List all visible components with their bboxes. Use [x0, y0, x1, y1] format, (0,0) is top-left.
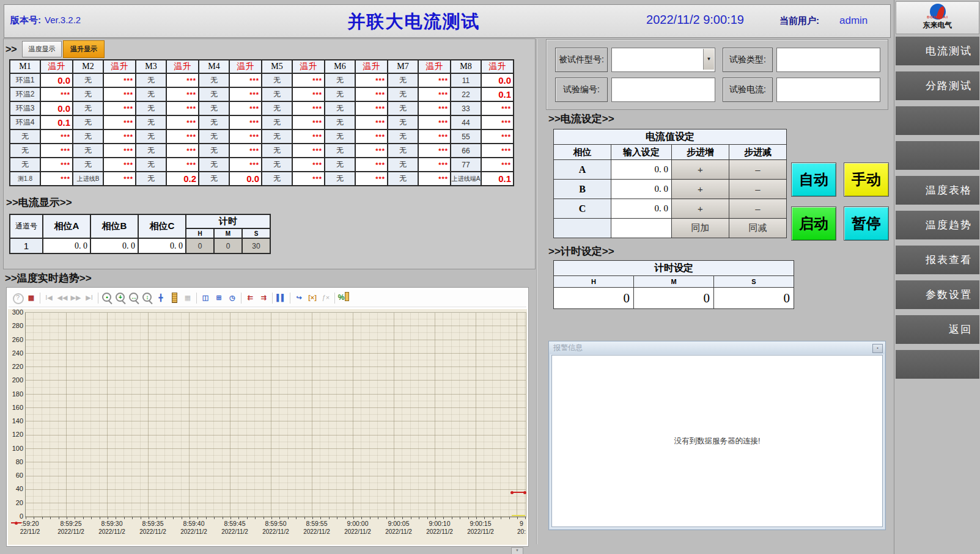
auto-button[interactable]: 自动 — [791, 162, 836, 197]
sidebar-item-report-view[interactable]: 报表查看 — [896, 246, 979, 274]
rise-value-cell: *** — [229, 144, 262, 158]
all-decrease-button[interactable]: 同减 — [729, 219, 787, 238]
all-increase-button[interactable]: 同加 — [672, 219, 729, 238]
y-axis-tick-label: 40 — [8, 485, 23, 492]
point-label-cell: 无 — [199, 87, 229, 101]
sidebar-item-branch-test[interactable]: 分路测试 — [896, 71, 979, 100]
rise-value-cell: *** — [166, 101, 199, 115]
sidebar-item-back[interactable]: 返回 — [896, 315, 979, 344]
col-m-header: M8 — [451, 60, 481, 73]
start-button[interactable]: 启动 — [791, 206, 836, 241]
x-axis-date-label: 22/11/2 — [10, 528, 50, 535]
temp-row: 环温10.0无***无***无***无***无***无***110.0 — [10, 73, 514, 87]
layout-icon[interactable]: ◫ — [199, 291, 212, 305]
page-forward-icon: ▶▶ — [69, 291, 83, 305]
timer-hour-input[interactable]: 0 — [554, 288, 634, 309]
phase-a-step-plus-button[interactable]: + — [672, 160, 729, 180]
point-label-cell: 无 — [136, 144, 166, 158]
x-axis-time-label: :59:20 — [12, 520, 48, 527]
point-label-cell: 无 — [199, 101, 229, 115]
scroll-plot-right-icon[interactable]: ⇉ — [257, 291, 270, 305]
x-axis-date-label: 2022/11/2 — [133, 528, 172, 535]
pan-icon[interactable]: ╋ — [154, 291, 168, 305]
sidebar-item-current-test[interactable]: 电流测试 — [896, 37, 979, 65]
add-plot-icon[interactable]: ⊞ — [212, 291, 226, 305]
sidebar-item-temp-table[interactable]: 温度表格 — [896, 176, 979, 205]
sidebar-item-blank-3 — [896, 350, 979, 379]
rise-value-cell: *** — [418, 101, 451, 115]
phase-b-step-minus-button[interactable]: – — [729, 180, 787, 199]
cursor-brackets-icon[interactable]: [×] — [306, 291, 319, 305]
point-label-cell: 无 — [262, 87, 292, 101]
go-last-icon: ▶Ι — [83, 291, 96, 305]
scroll-plot-left-icon[interactable]: ⇇ — [243, 291, 257, 305]
x-axis-time-label: 8:59:50 — [257, 520, 294, 527]
zoom-x-icon[interactable]: ↔ — [127, 291, 141, 305]
point-label-cell: 无 — [388, 87, 418, 101]
toolbar-separator — [334, 293, 335, 304]
zoom-in-icon[interactable]: + — [114, 291, 127, 305]
current-setting-title: 电流值设定 — [554, 129, 787, 145]
rise-value-cell: 0.1 — [481, 172, 514, 186]
rise-value-cell: *** — [166, 73, 199, 87]
rise-value-cell: *** — [418, 158, 451, 172]
rise-value-cell: *** — [103, 129, 136, 144]
phase-b-set-input[interactable]: 0. 0 — [611, 180, 672, 199]
phase-b-step-plus-button[interactable]: + — [672, 180, 729, 199]
x-axis-time-label: 8:59:45 — [216, 520, 253, 527]
phase-c-set-input[interactable]: 0. 0 — [611, 199, 672, 219]
zoom-y-icon[interactable]: ↕ — [141, 291, 154, 305]
datetime-display: 2022/11/2 9:00:19 — [619, 13, 772, 27]
sidebar-item-temp-trend[interactable]: 温度趋势 — [896, 211, 979, 239]
phase-c-step-plus-button[interactable]: + — [672, 199, 729, 219]
all-phase-row: 同加 同减 — [554, 219, 787, 238]
timer-second-value: 30 — [242, 238, 270, 253]
toolbar-separator — [272, 293, 273, 304]
rise-value-cell: *** — [229, 87, 262, 101]
chart-scroll-down-button[interactable]: ▼ — [511, 547, 523, 554]
point-label-cell: 77 — [451, 158, 481, 172]
rise-value-cell: 0.1 — [481, 87, 514, 101]
alarm-close-button[interactable]: ▪ — [872, 344, 883, 353]
rise-value-cell: *** — [355, 115, 388, 129]
test-number-input[interactable] — [611, 78, 715, 102]
point-label-cell: 无 — [136, 158, 166, 172]
point-label-cell: 环温2 — [10, 87, 40, 101]
rise-value-cell: *** — [166, 158, 199, 172]
phase-c-step-minus-button[interactable]: – — [729, 199, 787, 219]
pause-button[interactable]: 暂停 — [844, 206, 889, 241]
point-label-cell: 无 — [73, 87, 103, 101]
percent-scale-icon[interactable]: % — [337, 291, 350, 305]
header-bar: 版本号:Ver.3.2.2 并联大电流测试 2022/11/2 9:00:19 … — [4, 4, 891, 38]
tab-rise-display[interactable]: 温升显示 — [63, 40, 105, 58]
plot-region[interactable] — [25, 312, 526, 517]
axis-ruler-icon[interactable] — [168, 291, 181, 305]
timer-minute-input[interactable]: 0 — [634, 288, 714, 309]
test-type-input[interactable] — [776, 48, 880, 72]
phase-a-step-minus-button[interactable]: – — [729, 160, 787, 180]
rise-value-cell: *** — [355, 87, 388, 101]
phase-a-set-input[interactable]: 0. 0 — [611, 160, 672, 180]
rise-value-cell: *** — [103, 101, 136, 115]
manual-button[interactable]: 手动 — [844, 162, 889, 197]
rise-value-cell: *** — [40, 158, 73, 172]
point-label-cell: 无 — [73, 144, 103, 158]
col-rise-header: 温升 — [418, 60, 451, 73]
test-current-input[interactable] — [776, 78, 880, 102]
tab-temp-display[interactable]: 温度显示 — [22, 41, 62, 57]
zoom-box-icon[interactable]: ▪ — [100, 291, 114, 305]
point-label-cell: 无 — [262, 144, 292, 158]
point-label-cell: 66 — [451, 144, 481, 158]
combo-dropdown-icon[interactable]: ▼ — [703, 49, 714, 70]
phase-a-row: A 0. 0 + – — [554, 160, 787, 180]
toolbar-separator — [241, 293, 241, 304]
x-axis-date-label: 2022/11/2 — [174, 528, 213, 535]
sidebar-item-param-setting[interactable]: 参数设置 — [896, 280, 979, 309]
timer-second-input[interactable]: 0 — [714, 288, 794, 309]
point-label-cell: 无 — [262, 101, 292, 115]
pause-plot-icon[interactable]: ▌▌ — [274, 291, 288, 305]
export-dialog-icon[interactable]: ▦ — [24, 291, 38, 305]
time-axis-icon[interactable]: ◷ — [226, 291, 239, 305]
cursor-link-icon[interactable]: ↪ — [292, 291, 306, 305]
specimen-model-combobox[interactable]: ▼ — [611, 48, 715, 72]
